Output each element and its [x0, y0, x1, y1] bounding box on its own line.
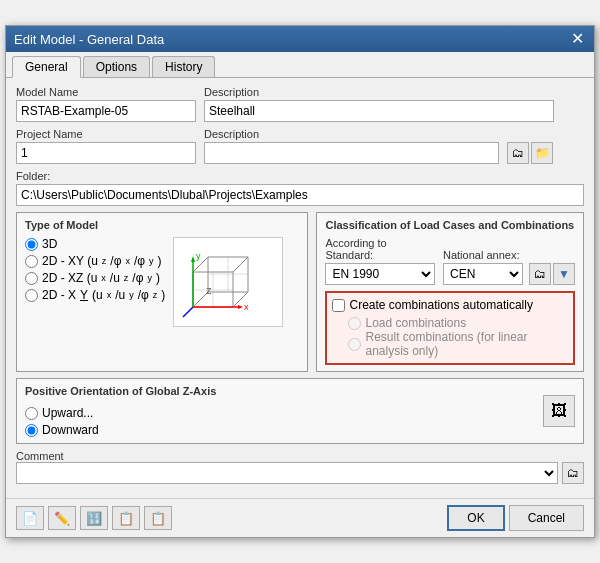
load-combinations-label: Load combinations	[365, 316, 466, 330]
project-desc-group: Description	[204, 128, 499, 164]
description-group: Description	[204, 86, 554, 122]
orientation-upward[interactable]: Upward...	[25, 406, 535, 420]
bottom-toolbar: 📄 ✏️ 🔢 📋 📋 OK Cancel	[6, 498, 594, 537]
national-annex-label: National annex:	[443, 249, 523, 261]
dialog: Edit Model - General Data ✕ General Opti…	[5, 25, 595, 538]
tab-options[interactable]: Options	[83, 56, 150, 77]
standard-select[interactable]: EN 1990	[325, 263, 435, 285]
tab-general[interactable]: General	[12, 56, 81, 78]
result-combinations-radio[interactable]: Result combinations (for linear analysis…	[348, 330, 568, 358]
description-label: Description	[204, 86, 554, 98]
type-of-model-title: Type of Model	[25, 219, 299, 231]
orientation-title: Positive Orientation of Global Z-Axis	[25, 385, 535, 397]
comment-select[interactable]	[16, 462, 558, 484]
radio-2d-xy[interactable]: 2D - XY (uz/φx/φy)	[25, 254, 165, 268]
svg-marker-13	[238, 305, 243, 309]
folder-input[interactable]	[16, 184, 584, 206]
description-input[interactable]	[204, 100, 554, 122]
toolbar-number-btn[interactable]: 🔢	[80, 506, 108, 530]
cancel-button[interactable]: Cancel	[509, 505, 584, 531]
standard-select-wrapper: EN 1990	[325, 263, 437, 285]
folder-label: Folder:	[16, 170, 584, 182]
svg-marker-14	[191, 256, 195, 262]
radio-3d[interactable]: 3D	[25, 237, 165, 251]
close-button[interactable]: ✕	[569, 31, 586, 47]
project-new-btn[interactable]: 📁	[531, 142, 553, 164]
orientation-inner: Positive Orientation of Global Z-Axis Up…	[25, 385, 535, 437]
filter-btn[interactable]: ▼	[553, 263, 575, 285]
radio-2d-xy2[interactable]: 2D - XY (ux/uy/φz)	[25, 288, 165, 302]
model-3d-svg: Z x y	[178, 242, 278, 322]
project-desc-label: Description	[204, 128, 499, 140]
type-radio-group: 3D 2D - XY (uz/φx/φy) 2D - XZ (ux/uz/φy)…	[25, 237, 165, 327]
toolbar-paste-btn[interactable]: 📋	[144, 506, 172, 530]
model-name-input[interactable]	[16, 100, 196, 122]
national-annex-select[interactable]: CEN	[443, 263, 523, 285]
project-name-label: Project Name	[16, 128, 196, 140]
orientation-downward[interactable]: Downward	[25, 423, 535, 437]
standard-group: According to Standard: EN 1990	[325, 237, 437, 285]
toolbar-new-btn[interactable]: 📄	[16, 506, 44, 530]
svg-text:y: y	[196, 251, 201, 261]
comment-label: Comment	[16, 450, 584, 462]
dialog-title: Edit Model - General Data	[14, 32, 164, 47]
orientation-box: Positive Orientation of Global Z-Axis Up…	[16, 378, 584, 444]
main-content: Model Name Description Project Name Desc…	[6, 78, 594, 498]
toolbar-copy-btn[interactable]: 📋	[112, 506, 140, 530]
create-combinations-label: Create combinations automatically	[349, 298, 532, 312]
standard-settings-btn[interactable]: 🗂	[529, 263, 551, 285]
create-combinations-checkbox-label[interactable]: Create combinations automatically	[332, 298, 568, 312]
radio-2d-xz[interactable]: 2D - XZ (ux/uz/φy)	[25, 271, 165, 285]
type-model-inner: 3D 2D - XY (uz/φx/φy) 2D - XZ (ux/uz/φy)…	[25, 237, 299, 327]
folder-row: Folder:	[16, 170, 584, 206]
result-combinations-label: Result combinations (for linear analysis…	[365, 330, 568, 358]
combination-options: Load combinations Result combinations (f…	[348, 316, 568, 358]
svg-text:Z: Z	[206, 286, 212, 296]
svg-text:x: x	[244, 302, 249, 312]
standard-label: According to Standard:	[325, 237, 437, 261]
svg-line-10	[183, 307, 193, 317]
project-desc-input[interactable]	[204, 142, 499, 164]
toolbar-edit-btn[interactable]: ✏️	[48, 506, 76, 530]
national-select-wrapper: CEN	[443, 263, 523, 285]
model-name-group: Model Name	[16, 86, 196, 122]
ok-button[interactable]: OK	[447, 505, 504, 531]
classification-title: Classification of Load Cases and Combina…	[325, 219, 575, 231]
svg-line-3	[233, 257, 248, 272]
title-bar: Edit Model - General Data ✕	[6, 26, 594, 52]
comment-section: Comment 🗂	[16, 450, 584, 484]
comment-inner: 🗂	[16, 462, 584, 484]
type-of-model-box: Type of Model 3D 2D - XY (uz/φx/φy) 2D -…	[16, 212, 308, 372]
tab-history[interactable]: History	[152, 56, 215, 77]
load-combinations-radio[interactable]: Load combinations	[348, 316, 568, 330]
national-annex-group: National annex: CEN	[443, 249, 523, 285]
project-name-row: Project Name Description 🗂 📁	[16, 128, 584, 164]
create-combinations-checkbox[interactable]	[332, 299, 345, 312]
standard-row: According to Standard: EN 1990 National …	[325, 237, 575, 285]
model-name-label: Model Name	[16, 86, 196, 98]
create-combinations-section: Create combinations automatically Load c…	[325, 291, 575, 365]
project-name-group: Project Name	[16, 128, 196, 164]
project-browse-btn[interactable]: 🗂	[507, 142, 529, 164]
tab-bar: General Options History	[6, 52, 594, 78]
classification-box: Classification of Load Cases and Combina…	[316, 212, 584, 372]
sections-row: Type of Model 3D 2D - XY (uz/φx/φy) 2D -…	[16, 212, 584, 372]
project-name-input[interactable]	[16, 142, 196, 164]
model-visual: Z x y	[173, 237, 283, 327]
comment-browse-btn[interactable]: 🗂	[562, 462, 584, 484]
orientation-image-btn[interactable]: 🖼	[543, 395, 575, 427]
model-name-row: Model Name Description	[16, 86, 584, 122]
